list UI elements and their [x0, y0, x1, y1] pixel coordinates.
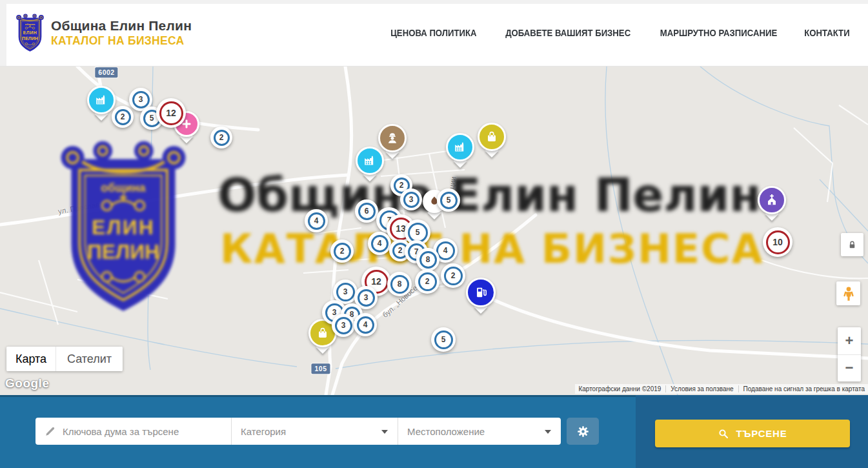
municipality-logo-icon — [15, 14, 45, 53]
cluster-marker[interactable]: 8 — [387, 272, 412, 296]
cluster-count: 3 — [132, 91, 150, 108]
factory-pin[interactable] — [87, 86, 116, 114]
cluster-count: 3 — [336, 283, 355, 301]
map-type-control: Карта Сателит — [6, 347, 123, 371]
keyword-field[interactable] — [35, 418, 231, 445]
nav-add-business[interactable]: ДОБАВЕТЕ ВАШИЯТ БИЗНЕС — [505, 28, 631, 38]
cluster-count: 4 — [357, 316, 374, 334]
road-badge: 6002 — [95, 67, 117, 77]
bag-pin[interactable] — [478, 123, 506, 151]
header: Община Елин Пелин КАТАЛОГ НА БИЗНЕСА ЦЕН… — [0, 0, 868, 66]
cluster-count: 3 — [335, 317, 352, 334]
cluster-marker[interactable]: 3 — [332, 314, 355, 337]
factory-icon — [446, 133, 474, 161]
cluster-count: 4 — [308, 212, 325, 230]
attribution-report-error-link[interactable]: Подаване на сигнал за грешка в картата — [738, 385, 865, 392]
category-select[interactable]: Категория — [231, 418, 398, 445]
pencil-icon — [45, 425, 56, 437]
map-type-map-button[interactable]: Карта — [6, 347, 56, 371]
map-attribution: Картографски данни ©2019 Условия за полз… — [575, 384, 868, 394]
factory-pin[interactable] — [446, 133, 474, 161]
bag-icon — [478, 123, 506, 151]
main-nav: ЦЕНОВА ПОЛИТИКА ДОБАВЕТЕ ВАШИЯТ БИЗНЕС М… — [388, 28, 851, 38]
fuel-pin[interactable] — [466, 278, 496, 307]
chevron-down-icon — [381, 430, 388, 434]
cluster-marker[interactable]: 2 — [112, 106, 134, 128]
cluster-count: 12 — [159, 101, 183, 125]
attribution-terms-link[interactable]: Условия за ползване — [665, 385, 733, 392]
site-subtitle: КАТАЛОГ НА БИЗНЕСА — [51, 34, 192, 48]
cluster-marker[interactable]: 5 — [431, 327, 456, 352]
road-badge: 105 — [311, 363, 330, 374]
cluster-marker[interactable]: 3 — [400, 188, 422, 210]
search-icon — [718, 428, 729, 440]
cluster-count: 2 — [334, 243, 351, 260]
cluster-count: 8 — [390, 275, 409, 294]
cluster-marker[interactable]: 2 — [210, 127, 232, 148]
cluster-count: 5 — [440, 192, 458, 209]
cluster-marker[interactable]: 2 — [330, 239, 354, 263]
attribution-copyright: Картографски данни ©2019 — [578, 385, 661, 392]
cluster-count: 6 — [358, 203, 376, 220]
map-canvas[interactable]: 6002105ул. Преславбул. „Новоселции Общин… — [0, 66, 868, 395]
zoom-control: + − — [838, 327, 861, 382]
chevron-down-icon — [545, 430, 551, 434]
search-bar: Категория Местоположение — [0, 395, 868, 468]
fuel-icon — [466, 278, 496, 307]
advanced-settings-button[interactable] — [567, 418, 599, 445]
cluster-count: 8 — [419, 251, 437, 269]
location-value: Местоположение — [407, 426, 485, 437]
zoom-in-button[interactable]: + — [838, 327, 861, 355]
keyword-input[interactable] — [63, 426, 223, 437]
cluster-count: 2 — [115, 109, 131, 125]
cluster-marker[interactable]: 2 — [441, 263, 465, 288]
factory-icon — [87, 86, 116, 114]
cluster-marker[interactable]: 5 — [437, 188, 460, 212]
zoom-out-button[interactable]: − — [838, 355, 861, 382]
site-logo[interactable]: Община Елин Пелин КАТАЛОГ НА БИЗНЕСА — [15, 14, 192, 53]
google-logo[interactable]: Google — [5, 376, 49, 391]
search-button[interactable]: ТЪРСЕНЕ — [655, 420, 850, 447]
cluster-marker[interactable]: 6 — [355, 199, 378, 223]
cluster-marker[interactable]: 4 — [305, 209, 328, 232]
cluster-count: 10 — [766, 230, 790, 254]
cluster-marker[interactable]: 8 — [416, 248, 439, 271]
church-pin[interactable] — [758, 186, 786, 214]
cluster-marker[interactable]: 4 — [354, 313, 377, 336]
cluster-count: 5 — [408, 223, 428, 243]
site-title: Община Елин Пелин — [51, 18, 192, 34]
page: Община Елин Пелин КАТАЛОГ НА БИЗНЕСА ЦЕН… — [0, 0, 868, 468]
nav-pricing-policy[interactable]: ЦЕНОВА ПОЛИТИКА — [390, 28, 476, 38]
category-value: Категория — [241, 426, 286, 437]
cluster-count: 2 — [214, 130, 230, 146]
cluster-marker[interactable]: 10 — [763, 227, 792, 257]
cluster-count: 5 — [434, 331, 453, 349]
nav-contacts[interactable]: КОНТАКТИ — [804, 28, 849, 38]
cluster-marker[interactable]: 2 — [415, 269, 439, 294]
factory-icon — [356, 147, 384, 175]
cluster-marker[interactable]: 4 — [368, 232, 391, 255]
nav-route-schedule[interactable]: МАРШРУТНО РАЗПИСАНИЕ — [660, 28, 777, 38]
church-icon — [758, 186, 786, 214]
location-select[interactable]: Местоположение — [398, 418, 561, 445]
pegman-button[interactable] — [836, 281, 860, 305]
cluster-count: 2 — [444, 267, 463, 285]
factory-pin[interactable] — [356, 147, 384, 175]
gear-icon — [576, 425, 590, 438]
lock-icon — [847, 239, 857, 250]
cluster-count: 3 — [403, 192, 419, 208]
cluster-count: 4 — [371, 235, 389, 252]
search-button-label: ТЪРСЕНЕ — [736, 428, 787, 439]
cluster-count: 3 — [358, 289, 375, 307]
search-fields: Категория Местоположение — [35, 418, 561, 445]
cluster-marker[interactable]: 12 — [156, 98, 186, 128]
lock-button[interactable] — [841, 233, 863, 256]
pegman-icon — [841, 286, 856, 301]
map-type-satellite-button[interactable]: Сателит — [56, 347, 123, 371]
cluster-count: 2 — [418, 272, 437, 291]
